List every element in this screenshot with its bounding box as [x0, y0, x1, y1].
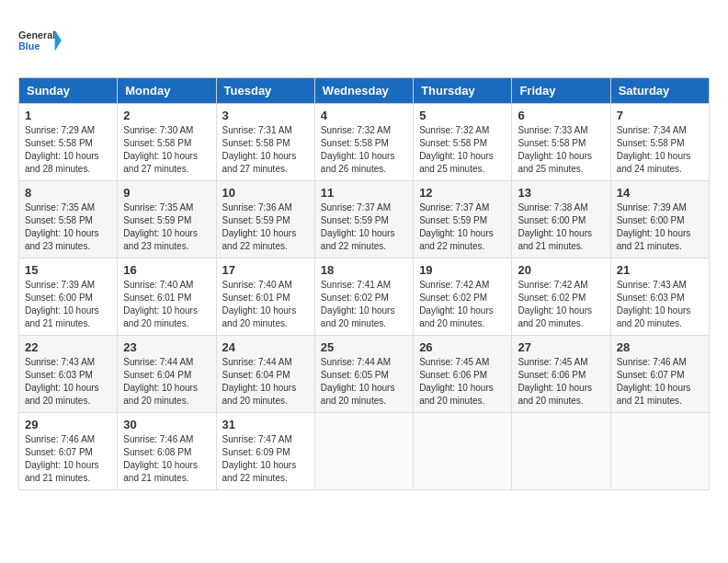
calendar-cell: 24 Sunrise: 7:44 AMSunset: 6:04 PMDaylig… [216, 336, 314, 413]
calendar-cell: 15 Sunrise: 7:39 AMSunset: 6:00 PMDaylig… [19, 259, 118, 336]
calendar-cell: 5 Sunrise: 7:32 AMSunset: 5:58 PMDayligh… [414, 104, 512, 181]
day-info: Sunrise: 7:44 AMSunset: 6:04 PMDaylight:… [123, 356, 210, 408]
day-number: 24 [222, 340, 309, 354]
day-info: Sunrise: 7:47 AMSunset: 6:09 PMDaylight:… [222, 433, 309, 485]
calendar-cell: 11 Sunrise: 7:37 AMSunset: 5:59 PMDaylig… [314, 181, 413, 259]
svg-text:Blue: Blue [18, 40, 40, 52]
calendar-cell: 6 Sunrise: 7:33 AMSunset: 5:58 PMDayligh… [512, 104, 610, 181]
day-number: 4 [321, 109, 407, 122]
calendar-cell: 18 Sunrise: 7:41 AMSunset: 6:02 PMDaylig… [314, 259, 413, 336]
day-info: Sunrise: 7:37 AMSunset: 5:59 PMDaylight:… [321, 201, 407, 253]
day-number: 15 [25, 263, 111, 277]
day-info: Sunrise: 7:37 AMSunset: 5:59 PMDaylight:… [419, 201, 506, 253]
day-number: 22 [25, 340, 111, 354]
day-info: Sunrise: 7:33 AMSunset: 5:58 PMDaylight:… [518, 124, 604, 176]
day-info: Sunrise: 7:30 AMSunset: 5:58 PMDaylight:… [123, 124, 210, 176]
weekday-header-sunday: Sunday [19, 78, 118, 104]
calendar-week-row: 22 Sunrise: 7:43 AMSunset: 6:03 PMDaylig… [19, 336, 710, 413]
calendar-cell: 21 Sunrise: 7:43 AMSunset: 6:03 PMDaylig… [610, 259, 709, 336]
calendar-cell [414, 413, 512, 490]
calendar-cell: 26 Sunrise: 7:45 AMSunset: 6:06 PMDaylig… [414, 336, 512, 413]
weekday-header-thursday: Thursday [414, 78, 512, 104]
day-info: Sunrise: 7:40 AMSunset: 6:01 PMDaylight:… [123, 279, 210, 330]
calendar-cell: 1 Sunrise: 7:29 AMSunset: 5:58 PMDayligh… [19, 104, 118, 181]
day-info: Sunrise: 7:41 AMSunset: 6:02 PMDaylight:… [321, 279, 407, 330]
day-info: Sunrise: 7:45 AMSunset: 6:06 PMDaylight:… [518, 356, 604, 408]
calendar-table: SundayMondayTuesdayWednesdayThursdayFrid… [18, 77, 710, 490]
day-info: Sunrise: 7:32 AMSunset: 5:58 PMDaylight:… [321, 124, 407, 176]
calendar-cell: 16 Sunrise: 7:40 AMSunset: 6:01 PMDaylig… [118, 259, 216, 336]
calendar-cell: 20 Sunrise: 7:42 AMSunset: 6:02 PMDaylig… [512, 259, 610, 336]
day-info: Sunrise: 7:45 AMSunset: 6:06 PMDaylight:… [419, 356, 506, 408]
day-number: 14 [617, 186, 703, 200]
day-number: 11 [321, 186, 407, 200]
day-number: 1 [25, 109, 111, 122]
day-info: Sunrise: 7:29 AMSunset: 5:58 PMDaylight:… [25, 124, 111, 176]
calendar-week-row: 8 Sunrise: 7:35 AMSunset: 5:58 PMDayligh… [19, 181, 710, 259]
day-info: Sunrise: 7:44 AMSunset: 6:04 PMDaylight:… [222, 356, 309, 408]
weekday-header-row: SundayMondayTuesdayWednesdayThursdayFrid… [19, 78, 710, 104]
day-number: 30 [123, 418, 210, 431]
day-number: 25 [321, 340, 407, 354]
calendar-week-row: 1 Sunrise: 7:29 AMSunset: 5:58 PMDayligh… [19, 104, 710, 181]
calendar-cell: 2 Sunrise: 7:30 AMSunset: 5:58 PMDayligh… [118, 104, 216, 181]
logo: General Blue [18, 18, 63, 63]
day-info: Sunrise: 7:43 AMSunset: 6:03 PMDaylight:… [25, 356, 111, 408]
calendar-cell: 10 Sunrise: 7:36 AMSunset: 5:59 PMDaylig… [216, 181, 314, 259]
day-info: Sunrise: 7:43 AMSunset: 6:03 PMDaylight:… [617, 279, 703, 330]
weekday-header-wednesday: Wednesday [314, 78, 413, 104]
weekday-header-monday: Monday [118, 78, 216, 104]
day-number: 6 [518, 109, 604, 122]
weekday-header-friday: Friday [512, 78, 610, 104]
svg-text:General: General [18, 29, 55, 40]
day-info: Sunrise: 7:46 AMSunset: 6:08 PMDaylight:… [123, 433, 210, 485]
day-info: Sunrise: 7:40 AMSunset: 6:01 PMDaylight:… [222, 279, 309, 330]
day-number: 23 [123, 340, 210, 354]
day-number: 8 [25, 186, 111, 200]
day-info: Sunrise: 7:42 AMSunset: 6:02 PMDaylight:… [518, 279, 604, 330]
day-number: 2 [123, 109, 210, 122]
svg-marker-2 [55, 30, 62, 52]
calendar-cell: 7 Sunrise: 7:34 AMSunset: 5:58 PMDayligh… [610, 104, 709, 181]
day-number: 16 [123, 263, 210, 277]
calendar-cell: 22 Sunrise: 7:43 AMSunset: 6:03 PMDaylig… [19, 336, 118, 413]
weekday-header-saturday: Saturday [610, 78, 709, 104]
day-number: 18 [321, 263, 407, 277]
day-number: 28 [617, 340, 703, 354]
weekday-header-tuesday: Tuesday [216, 78, 314, 104]
day-info: Sunrise: 7:36 AMSunset: 5:59 PMDaylight:… [222, 201, 309, 253]
day-info: Sunrise: 7:38 AMSunset: 6:00 PMDaylight:… [518, 201, 604, 253]
day-number: 17 [222, 263, 309, 277]
calendar-cell: 29 Sunrise: 7:46 AMSunset: 6:07 PMDaylig… [19, 413, 118, 490]
day-info: Sunrise: 7:44 AMSunset: 6:05 PMDaylight:… [321, 356, 407, 408]
day-number: 20 [518, 263, 604, 277]
calendar-cell [610, 413, 709, 490]
day-number: 21 [617, 263, 703, 277]
calendar-cell: 31 Sunrise: 7:47 AMSunset: 6:09 PMDaylig… [216, 413, 314, 490]
calendar-cell: 28 Sunrise: 7:46 AMSunset: 6:07 PMDaylig… [610, 336, 709, 413]
calendar-cell: 4 Sunrise: 7:32 AMSunset: 5:58 PMDayligh… [314, 104, 413, 181]
day-number: 5 [419, 109, 506, 122]
calendar-cell: 17 Sunrise: 7:40 AMSunset: 6:01 PMDaylig… [216, 259, 314, 336]
day-info: Sunrise: 7:35 AMSunset: 5:59 PMDaylight:… [123, 201, 210, 253]
calendar-cell: 13 Sunrise: 7:38 AMSunset: 6:00 PMDaylig… [512, 181, 610, 259]
day-number: 31 [222, 418, 309, 431]
calendar-cell: 14 Sunrise: 7:39 AMSunset: 6:00 PMDaylig… [610, 181, 709, 259]
calendar-cell: 27 Sunrise: 7:45 AMSunset: 6:06 PMDaylig… [512, 336, 610, 413]
calendar-cell: 9 Sunrise: 7:35 AMSunset: 5:59 PMDayligh… [118, 181, 216, 259]
day-number: 9 [123, 186, 210, 200]
calendar-cell: 8 Sunrise: 7:35 AMSunset: 5:58 PMDayligh… [19, 181, 118, 259]
logo-icon: General Blue [18, 18, 63, 63]
day-info: Sunrise: 7:42 AMSunset: 6:02 PMDaylight:… [419, 279, 506, 330]
day-info: Sunrise: 7:35 AMSunset: 5:58 PMDaylight:… [25, 201, 111, 253]
day-info: Sunrise: 7:46 AMSunset: 6:07 PMDaylight:… [617, 356, 703, 408]
calendar-cell [314, 413, 413, 490]
calendar-cell: 25 Sunrise: 7:44 AMSunset: 6:05 PMDaylig… [314, 336, 413, 413]
page-header: General Blue [18, 18, 710, 63]
day-info: Sunrise: 7:39 AMSunset: 6:00 PMDaylight:… [25, 279, 111, 330]
day-number: 26 [419, 340, 506, 354]
day-info: Sunrise: 7:31 AMSunset: 5:58 PMDaylight:… [222, 124, 309, 176]
day-number: 12 [419, 186, 506, 200]
day-info: Sunrise: 7:32 AMSunset: 5:58 PMDaylight:… [419, 124, 506, 176]
calendar-cell [512, 413, 610, 490]
